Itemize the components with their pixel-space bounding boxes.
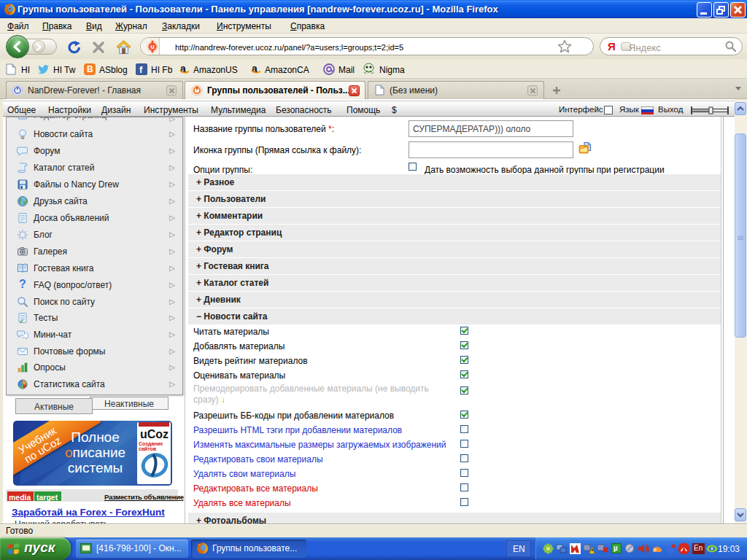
svg-text:u: u (150, 43, 155, 50)
